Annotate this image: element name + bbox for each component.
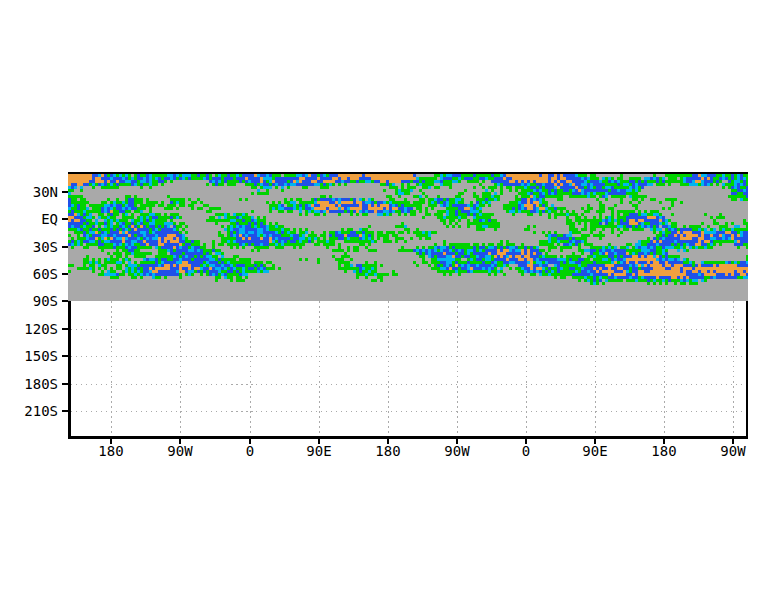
- x-axis-label-1: 90W: [167, 444, 192, 459]
- y-axis-label-4: 90S: [0, 293, 58, 309]
- y-axis-label-1: EQ: [0, 211, 58, 227]
- vertical-gridline-2: [250, 301, 251, 436]
- y-axis-tick-5: [62, 328, 68, 330]
- horizontal-gridline-5: [71, 329, 746, 330]
- vertical-gridline-4: [388, 301, 389, 436]
- figure: 30NEQ30S60S90S120S150S180S210S18090W090E…: [0, 0, 784, 612]
- y-axis-tick-1: [62, 218, 68, 220]
- y-axis-tick-6: [62, 355, 68, 357]
- y-axis-label-0: 30N: [0, 184, 58, 200]
- y-axis-label-5: 120S: [0, 321, 58, 337]
- y-axis-label-6: 150S: [0, 348, 58, 364]
- x-axis-label-7: 90E: [582, 444, 607, 459]
- vertical-gridline-3: [319, 301, 320, 436]
- data-band-canvas: [68, 174, 748, 301]
- x-axis-label-5: 90W: [444, 444, 469, 459]
- y-axis-tick-2: [62, 246, 68, 248]
- y-axis-label-2: 30S: [0, 239, 58, 255]
- x-axis-label-0: 180: [98, 444, 123, 459]
- vertical-gridline-5: [457, 301, 458, 436]
- vertical-gridline-6: [526, 301, 527, 436]
- y-axis-tick-0: [62, 191, 68, 193]
- y-axis-label-8: 210S: [0, 403, 58, 419]
- vertical-gridline-0: [111, 301, 112, 436]
- horizontal-gridline-6: [71, 356, 746, 357]
- horizontal-gridline-7: [71, 384, 746, 385]
- vertical-gridline-1: [180, 301, 181, 436]
- x-axis-label-2: 0: [246, 444, 254, 459]
- x-axis-label-8: 180: [651, 444, 676, 459]
- vertical-gridline-9: [733, 301, 734, 436]
- vertical-gridline-8: [664, 301, 665, 436]
- y-axis-tick-7: [62, 383, 68, 385]
- y-axis-tick-4: [62, 300, 68, 302]
- y-axis-label-3: 60S: [0, 266, 58, 282]
- vertical-gridline-7: [595, 301, 596, 436]
- x-axis-label-3: 90E: [306, 444, 331, 459]
- horizontal-gridline-8: [71, 411, 746, 412]
- y-axis-tick-3: [62, 273, 68, 275]
- y-axis-tick-8: [62, 410, 68, 412]
- x-axis-label-9: 90W: [720, 444, 745, 459]
- x-axis-label-6: 0: [522, 444, 530, 459]
- y-axis-label-7: 180S: [0, 376, 58, 392]
- x-axis-label-4: 180: [375, 444, 400, 459]
